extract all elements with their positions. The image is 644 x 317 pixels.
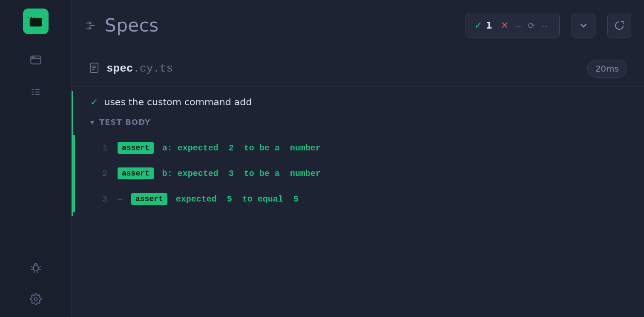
svg-line-18: [38, 269, 40, 270]
assert-badge-3: assert: [131, 193, 167, 205]
pass-icon: ✓: [474, 20, 482, 31]
main-content: Specs ✓ 1 ✕ -- ⟳ --: [72, 0, 644, 317]
command-row: 3 – assert expected 5 to equal 5: [73, 186, 644, 212]
command-dash-3: –: [118, 194, 123, 204]
test-body-label: TEST BODY: [99, 118, 151, 127]
fail-dash: --: [515, 21, 521, 30]
command-row: 1 assert a: expected 2 to be a number: [73, 135, 644, 161]
svg-line-20: [37, 271, 37, 273]
command-num-3: 3: [101, 194, 109, 204]
commands-list: 1 assert a: expected 2 to be a number 2 …: [73, 131, 644, 216]
test-body-section: ▾ TEST BODY 1 assert a: expected 2 to be…: [72, 113, 644, 216]
spinner-dash: --: [542, 21, 547, 30]
assert-badge-2: assert: [118, 167, 154, 179]
svg-point-1: [31, 16, 33, 18]
test-body-header[interactable]: ▾ TEST BODY: [73, 113, 644, 131]
svg-line-15: [31, 267, 33, 268]
content-area: spec.cy.ts 20ms ✓ uses the custom comman…: [72, 51, 644, 317]
test-stats: ✓ 1 ✕ -- ⟳ --: [466, 14, 560, 37]
chevron-down-button[interactable]: [572, 14, 595, 37]
test-section: ✓ uses the custom command add ▾ TEST BOD…: [72, 86, 644, 220]
svg-point-7: [34, 57, 34, 58]
test-body-chevron-icon: ▾: [90, 118, 94, 127]
command-row: 2 assert b: expected 3 to be a number: [73, 161, 644, 186]
command-num-1: 1: [101, 143, 109, 153]
svg-line-16: [38, 267, 40, 268]
spinner-icon: ⟳: [528, 20, 535, 31]
browser-icon[interactable]: [26, 51, 45, 70]
svg-point-21: [34, 298, 37, 301]
sidebar: [0, 0, 72, 317]
list-icon[interactable]: [26, 83, 45, 101]
refresh-button[interactable]: [607, 14, 631, 37]
svg-point-3: [38, 16, 41, 18]
svg-point-6: [32, 57, 33, 58]
assert-badge-1: assert: [118, 142, 154, 154]
svg-point-2: [34, 16, 37, 18]
app-logo: [23, 9, 49, 34]
specs-nav-icon: [84, 20, 96, 32]
test-pass-icon: ✓: [90, 97, 98, 107]
spec-file-name: spec.cy.ts: [106, 62, 173, 75]
page-title: Specs: [105, 15, 159, 36]
spec-file-row: spec.cy.ts 20ms: [72, 51, 644, 86]
header: Specs ✓ 1 ✕ -- ⟳ --: [72, 0, 644, 51]
svg-line-17: [31, 269, 33, 270]
command-text-3: expected 5 to equal 5: [176, 194, 299, 204]
command-text-1: a: expected 2 to be a number: [162, 143, 321, 153]
settings-icon[interactable]: [26, 290, 45, 308]
command-text-2: b: expected 3 to be a number: [162, 169, 321, 179]
test-title: uses the custom command add: [104, 97, 252, 107]
svg-rect-0: [29, 17, 42, 27]
command-num-2: 2: [101, 169, 109, 179]
fail-icon: ✕: [501, 20, 509, 31]
spec-duration: 20ms: [587, 60, 627, 78]
pass-count: 1: [486, 20, 492, 31]
bug-icon[interactable]: [26, 258, 45, 277]
svg-line-19: [34, 271, 34, 273]
test-pass-row: ✓ uses the custom command add: [72, 91, 644, 113]
spec-file-icon: [89, 62, 100, 75]
svg-point-14: [33, 265, 38, 271]
